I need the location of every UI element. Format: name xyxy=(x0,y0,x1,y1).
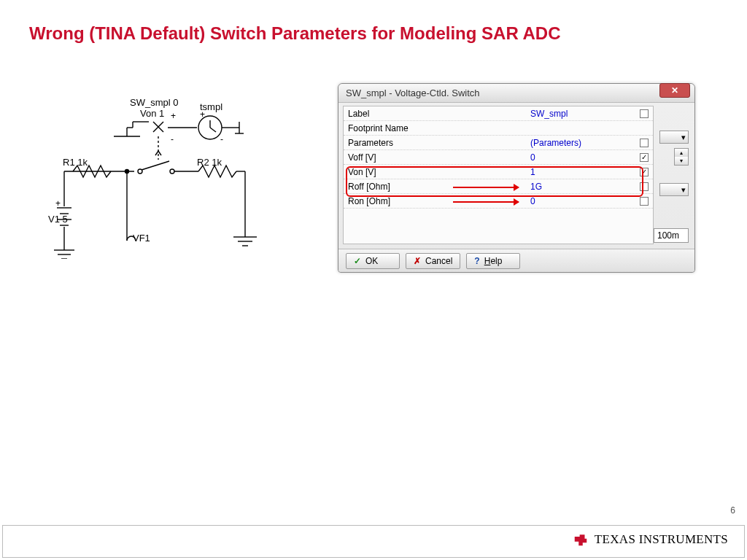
param-value[interactable]: 1G xyxy=(526,182,635,192)
svg-text:+: + xyxy=(55,198,61,209)
page-number: 6 xyxy=(730,505,735,516)
ti-mark-icon xyxy=(573,532,589,548)
checkbox[interactable] xyxy=(640,153,649,162)
ok-button[interactable]: ✓ OK xyxy=(346,253,400,269)
checkbox[interactable] xyxy=(640,182,649,191)
table-row[interactable]: Voff [V] 0 xyxy=(344,150,653,165)
table-row[interactable]: Parameters (Parameters) xyxy=(344,136,653,150)
unit-select[interactable]: ▾ xyxy=(659,131,689,144)
param-name: Footprint Name xyxy=(344,123,526,133)
check-icon: ✓ xyxy=(354,256,361,266)
ok-label: OK xyxy=(365,256,378,266)
svg-text:+: + xyxy=(171,111,176,121)
cancel-label: Cancel xyxy=(425,256,452,266)
label-tsmpl: tsmpl xyxy=(200,101,222,112)
label-r1: R1 1k xyxy=(63,157,88,168)
param-value[interactable]: 0 xyxy=(526,152,635,163)
label-v1: V1 5 xyxy=(48,214,68,225)
ti-brand-text: TEXAS INSTRUMENTS xyxy=(595,532,728,547)
step-up-icon[interactable]: ▴ xyxy=(675,149,688,157)
label-von: Von 1 xyxy=(140,108,164,119)
help-button[interactable]: ? Help xyxy=(466,253,520,269)
svg-text:-: - xyxy=(171,134,174,144)
side-controls: ▾ ▴ ▾ ▾ 100m xyxy=(654,106,690,244)
param-value[interactable]: 0 xyxy=(526,196,635,206)
table-row[interactable]: Von [V] 1 xyxy=(344,165,653,179)
checkbox[interactable] xyxy=(640,109,649,118)
table-row[interactable]: Footprint Name xyxy=(344,121,653,136)
parameter-table: Label SW_smpl Footprint Name Parameters … xyxy=(343,106,654,244)
svg-line-10 xyxy=(210,128,216,132)
readout-value[interactable]: 100m xyxy=(654,228,689,243)
svg-line-18 xyxy=(142,161,169,170)
ti-logo: TEXAS INSTRUMENTS xyxy=(573,532,728,548)
close-icon: ✕ xyxy=(671,85,678,96)
param-name: Label xyxy=(344,109,526,119)
checkbox[interactable] xyxy=(640,139,649,147)
close-button[interactable]: ✕ xyxy=(659,83,690,98)
svg-text:-: - xyxy=(220,134,223,144)
label-r2: R2 1k xyxy=(197,157,222,168)
step-down-icon[interactable]: ▾ xyxy=(675,157,688,165)
param-name: Voff [V] xyxy=(344,152,526,163)
slide-title: Wrong (TINA Default) Switch Parameters f… xyxy=(29,23,561,44)
x-icon: ✗ xyxy=(414,256,421,266)
switch-params-dialog: SW_smpl - Voltage-Ctld. Switch ✕ Label S… xyxy=(338,83,695,273)
checkbox[interactable] xyxy=(640,168,649,176)
arrow-icon xyxy=(453,201,519,203)
question-icon: ? xyxy=(474,256,479,266)
arrow-icon xyxy=(453,187,519,188)
unit-select[interactable]: ▾ xyxy=(659,183,689,196)
param-value[interactable]: (Parameters) xyxy=(526,138,635,148)
label-sw-smpl: SW_smpl 0 xyxy=(130,97,178,108)
param-value[interactable]: SW_smpl xyxy=(526,109,635,119)
checkbox[interactable] xyxy=(640,197,649,206)
label-vf1: VF1 xyxy=(133,233,150,244)
dialog-titlebar: SW_smpl - Voltage-Ctld. Switch ✕ xyxy=(338,84,694,103)
circuit-schematic: + - + - + SW_smpl 0 Von 1 tsmpl R1 1k R2… xyxy=(54,84,302,259)
help-label: Help xyxy=(484,256,503,266)
value-stepper[interactable]: ▴ ▾ xyxy=(674,148,689,166)
cancel-button[interactable]: ✗ Cancel xyxy=(406,253,460,269)
param-name: Parameters xyxy=(344,138,526,148)
param-value[interactable]: 1 xyxy=(526,167,635,177)
schematic-svg: + - + - + xyxy=(54,84,302,259)
slide-footer: 6 TEXAS INSTRUMENTS xyxy=(2,525,745,558)
svg-point-19 xyxy=(170,169,174,174)
dialog-title-text: SW_smpl - Voltage-Ctld. Switch xyxy=(346,88,480,98)
table-row[interactable]: Label SW_smpl xyxy=(344,106,653,121)
param-name: Von [V] xyxy=(344,167,526,177)
